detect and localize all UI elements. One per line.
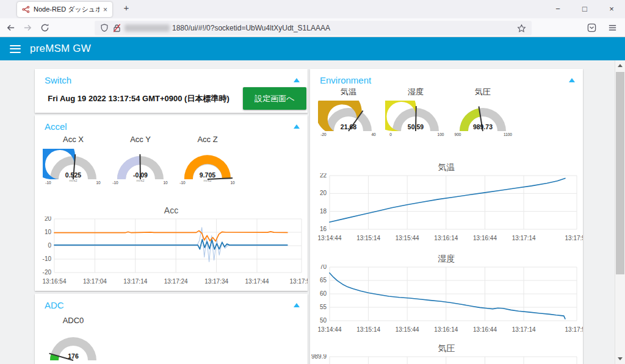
window-minimize-icon[interactable]: − (544, 0, 571, 18)
gauge-dial-svg: -0.09 m/s2 -10 10 (110, 149, 171, 185)
svg-text:13:17:24: 13:17:24 (164, 278, 188, 285)
bookmark-star-icon[interactable] (517, 24, 526, 33)
chart-title: 気温 (310, 162, 583, 173)
node-red-favicon-icon (22, 5, 30, 13)
browser-menu-icon[interactable] (608, 23, 618, 33)
new-tab-button[interactable]: + (120, 2, 133, 13)
collapse-arrow-icon[interactable] (294, 124, 300, 129)
svg-text:10: 10 (163, 180, 168, 185)
svg-text:70: 70 (320, 265, 327, 270)
chart-title: Acc (35, 205, 308, 216)
svg-text:13:17:14: 13:17:14 (512, 326, 536, 333)
chart-title: 湿度 (310, 254, 583, 265)
svg-text:0: 0 (48, 242, 51, 249)
svg-text:9.705: 9.705 (200, 171, 215, 179)
gauge-label: 湿度 (382, 87, 449, 98)
window-controls: − □ × (544, 0, 625, 18)
svg-text:-20: -20 (320, 132, 327, 137)
gauge-temperature: 気温 21.68 -20 40 (315, 87, 382, 140)
chart-svg: 13:14:4413:15:1413:15:4413:16:1413:16:44… (310, 173, 583, 245)
accel-card: Accel Acc X 0.525 m/s2 -10 10 Acc Y -0.0… (35, 115, 308, 291)
settings-screen-button[interactable]: 設定画面へ (243, 87, 306, 110)
svg-text:13:17:55: 13:17:55 (565, 326, 583, 333)
svg-text:m/s2: m/s2 (136, 179, 145, 182)
gauge-label: Acc Z (174, 135, 241, 146)
tracking-shield-icon[interactable] (100, 24, 109, 32)
switch-card-title: Switch (45, 75, 71, 85)
chart-svg: 13:16:5413:17:0413:17:1413:17:2413:17:34… (35, 216, 308, 288)
gauge-dial-svg: 9.705 m/s2 -10 10 (177, 149, 238, 185)
scrollbar-up-arrow-icon[interactable] (615, 60, 625, 71)
svg-text:-10: -10 (43, 255, 52, 262)
dashboard-title: preMSM GW (30, 43, 91, 55)
acc-chart-canvas: 13:16:5413:17:0413:17:1413:17:2413:17:34… (35, 216, 308, 291)
svg-text:13:17:14: 13:17:14 (123, 278, 147, 285)
adc-card-title: ADC (45, 300, 64, 310)
svg-text:13:17:14: 13:17:14 (512, 235, 536, 241)
tab-title: Node-RED ダッシュボード (34, 5, 99, 14)
gauge-label: Acc Y (107, 135, 174, 146)
environment-card-title: Environment (320, 75, 371, 85)
gauge-label: 気温 (315, 87, 382, 98)
gauge-dial-svg: 21.68 -20 40 (318, 101, 379, 137)
url-bar[interactable]: 1880/ui/#!/0?socketid=UbWu4ltXyUdt_S1LAA… (95, 21, 532, 35)
humidity-chart-canvas: 13:14:4413:15:1413:15:4413:16:1413:16:44… (310, 265, 583, 339)
tab-close-icon[interactable]: × (103, 5, 107, 14)
svg-text:50.59: 50.59 (408, 123, 424, 130)
gauge-humidity-dial: 50.59 0 100 (382, 101, 449, 140)
svg-text:20: 20 (320, 190, 327, 196)
gauge-humidity: 湿度 50.59 0 100 (382, 87, 449, 140)
browser-navbar: 1880/ui/#!/0?socketid=UbWu4ltXyUdt_S1LAA… (0, 18, 625, 37)
scrollbar-down-arrow-icon[interactable] (615, 354, 625, 364)
page-scrollbar[interactable] (615, 60, 625, 364)
svg-text:13:14:44: 13:14:44 (318, 326, 342, 333)
collapse-arrow-icon[interactable] (294, 303, 300, 307)
gauge-dial-svg: 176 (43, 330, 104, 364)
svg-text:900: 900 (455, 132, 461, 137)
gauge-acc-x-dial: 0.525 m/s2 -10 10 (40, 149, 107, 188)
pocket-icon[interactable] (587, 23, 597, 33)
gauge-adc0-dial: 176 (40, 330, 107, 364)
svg-text:13:16:14: 13:16:14 (434, 326, 458, 333)
humidity-chart: 湿度 13:14:4413:15:1413:15:4413:16:1413:16… (310, 254, 583, 339)
svg-text:50: 50 (320, 317, 327, 324)
back-icon[interactable] (6, 23, 16, 33)
window-close-icon[interactable]: × (598, 0, 625, 18)
gauge-acc-y: Acc Y -0.09 m/s2 -10 10 (107, 135, 174, 188)
gauge-dial-svg: 0.525 m/s2 -10 10 (43, 149, 104, 185)
scrollbar-thumb[interactable] (616, 72, 624, 274)
gauge-label: Acc X (40, 135, 107, 146)
svg-text:-20: -20 (43, 269, 52, 276)
gauge-acc-z: Acc Z 9.705 m/s2 -10 10 (174, 135, 241, 188)
gauge-temperature-dial: 21.68 -20 40 (315, 101, 382, 140)
datetime-text: Fri Aug 19 2022 13:17:54 GMT+0900 (日本標準時… (35, 87, 242, 110)
svg-text:989.73: 989.73 (473, 123, 493, 130)
svg-text:16: 16 (320, 226, 327, 232)
svg-text:13:17:55: 13:17:55 (290, 278, 308, 285)
browser-titlebar: Node-RED ダッシュボード × + − □ × (0, 0, 625, 18)
svg-text:0.525: 0.525 (65, 171, 81, 179)
svg-text:-10: -10 (179, 180, 186, 185)
browser-tab[interactable]: Node-RED ダッシュボード × (17, 2, 112, 17)
redacted-host (125, 24, 170, 32)
pressure-chart: 気圧 989.9 (310, 343, 583, 364)
gauge-dial-svg: 50.59 0 100 (385, 101, 446, 137)
gauge-acc-z-dial: 9.705 m/s2 -10 10 (174, 149, 241, 188)
collapse-arrow-icon[interactable] (569, 78, 575, 82)
svg-text:40: 40 (371, 132, 376, 137)
svg-text:21.68: 21.68 (341, 123, 356, 130)
pressure-chart-canvas: 989.9 (310, 354, 583, 364)
reload-icon[interactable] (40, 23, 50, 33)
svg-text:65: 65 (320, 277, 327, 284)
svg-text:13:16:54: 13:16:54 (43, 278, 67, 285)
svg-text:13:17:44: 13:17:44 (245, 278, 269, 285)
sidebar-menu-icon[interactable] (10, 45, 21, 53)
svg-text:55: 55 (320, 304, 327, 310)
window-maximize-icon[interactable]: □ (571, 0, 598, 18)
insecure-lock-icon[interactable] (113, 24, 121, 32)
svg-text:60: 60 (320, 290, 327, 297)
forward-icon[interactable] (23, 23, 33, 33)
url-text[interactable]: 1880/ui/#!/0?socketid=UbWu4ltXyUdt_S1LAA… (172, 24, 512, 32)
collapse-arrow-icon[interactable] (294, 78, 300, 82)
svg-text:13:16:44: 13:16:44 (473, 235, 497, 241)
